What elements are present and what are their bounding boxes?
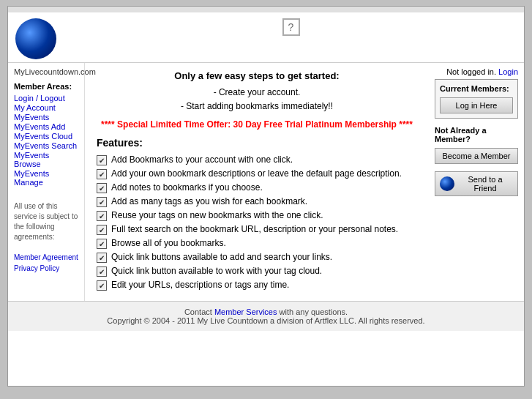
login-link[interactable]: Login	[498, 67, 518, 76]
member-services-link[interactable]: Member Services	[214, 307, 277, 316]
main-content: Only a few easy steps to get started: - …	[85, 63, 429, 301]
login-here-button[interactable]: Log in Here	[440, 97, 513, 113]
site-name: MyLivecountdown.com	[14, 67, 78, 76]
feature-text: Add your own bookmark descriptions or le…	[111, 168, 402, 179]
sidebar-item-myevents-cloud[interactable]: MyEvents Cloud	[14, 132, 78, 141]
member-agreement-link[interactable]: Member Agreement	[14, 253, 78, 263]
feature-text: Add Bookmarks to your account with one c…	[111, 154, 293, 165]
feature-text: Add as many tags as you wish for each bo…	[111, 196, 307, 206]
feature-item: ✔ Full text search on the bookmark URL, …	[97, 224, 417, 235]
sidebar-item-myevents-manage[interactable]: MyEvents Manage	[14, 169, 78, 187]
footer-contact-suffix: with any questions.	[280, 307, 348, 316]
sidebar: MyLivecountdown.com Member Areas: Login …	[8, 63, 85, 301]
footer-contact-text: Contact	[184, 307, 212, 316]
checkbox-icon: ✔	[97, 197, 107, 207]
checkbox-icon: ✔	[97, 183, 107, 193]
become-member-button[interactable]: Become a Member	[435, 148, 518, 164]
feature-text: Edit your URLs, descriptions or tags any…	[111, 280, 289, 290]
feature-text: Add notes to bookmarks if you choose.	[111, 182, 263, 193]
agreement-text: All use of this service is subject to th…	[14, 202, 78, 241]
feature-item: ✔ Edit your URLs, descriptions or tags a…	[97, 280, 417, 291]
current-members-box: Current Members: Log in Here	[435, 79, 518, 119]
sidebar-item-myevents-browse[interactable]: MyEvents Browse	[14, 151, 78, 168]
sidebar-item-myevents[interactable]: MyEvents	[14, 113, 78, 122]
checkbox-icon: ✔	[97, 169, 107, 179]
checkbox-icon: ✔	[97, 155, 107, 165]
checkbox-icon: ✔	[97, 253, 107, 263]
features-heading: Features:	[97, 137, 417, 149]
feature-text: Full text search on the bookmark URL, de…	[111, 224, 398, 234]
header: ?	[8, 12, 524, 63]
feature-item: ✔ Add as many tags as you wish for each …	[97, 196, 417, 207]
send-to-friend-button[interactable]: Send to a Friend	[435, 171, 518, 196]
footer-contact: Contact Member Services with any questio…	[14, 307, 518, 316]
not-member-label: Not Already a Member?	[435, 126, 518, 143]
image-placeholder-text: ?	[288, 21, 294, 33]
intro-steps: - Create your account. - Start adding bo…	[97, 86, 417, 113]
feature-text: Quick link button available to work with…	[111, 266, 322, 276]
globe-icon	[440, 176, 454, 191]
checkbox-icon: ✔	[97, 266, 107, 277]
intro-heading: Only a few easy steps to get started:	[97, 70, 417, 81]
privacy-policy-link[interactable]: Privacy Policy	[14, 264, 78, 274]
right-panel: Not logged in. Login Current Members: Lo…	[429, 63, 524, 301]
footer: Contact Member Services with any questio…	[8, 301, 524, 331]
current-members-title: Current Members:	[440, 84, 513, 93]
step-2: - Start adding bookmarks immediately!!	[97, 100, 417, 113]
not-logged-in-text: Not logged in.	[446, 67, 496, 76]
top-bar	[8, 7, 524, 12]
sidebar-agreement: All use of this service is subject to th…	[14, 201, 78, 274]
step-1: - Create your account.	[97, 86, 417, 100]
feature-item: ✔ Quick link buttons available to add an…	[97, 252, 417, 263]
checkbox-icon: ✔	[97, 239, 107, 249]
feature-text: Quick link buttons available to add and …	[111, 252, 332, 262]
sidebar-item-my-account[interactable]: My Account	[14, 103, 78, 112]
sidebar-item-myevents-add[interactable]: MyEvents Add	[14, 122, 78, 131]
header-spacer: ?	[65, 18, 517, 36]
feature-text: Browse all of you bookmarks.	[111, 238, 226, 248]
feature-item: ✔ Quick link button available to work wi…	[97, 266, 417, 277]
special-offer: **** Special Limited Time Offer: 30 Day …	[97, 119, 417, 130]
header-image: ?	[282, 18, 300, 36]
feature-item: ✔ Add your own bookmark descriptions or …	[97, 168, 417, 179]
globe-logo-icon	[15, 18, 56, 59]
send-friend-label: Send to a Friend	[457, 175, 513, 193]
sidebar-item-login-logout[interactable]: Login / Logout	[14, 94, 78, 102]
footer-copyright: Copyright © 2004 - 2011 My Live Countdow…	[14, 316, 518, 325]
checkbox-icon: ✔	[97, 211, 107, 221]
feature-text: Reuse your tags on new bookmarks with th…	[111, 210, 323, 220]
member-areas-heading: Member Areas:	[14, 82, 78, 91]
feature-item: ✔ Add Bookmarks to your account with one…	[97, 154, 417, 165]
sidebar-item-myevents-search[interactable]: MyEvents Search	[14, 141, 78, 150]
feature-item: ✔ Add notes to bookmarks if you choose.	[97, 182, 417, 193]
content-area: MyLivecountdown.com Member Areas: Login …	[8, 63, 524, 301]
not-logged-in-status: Not logged in. Login	[435, 67, 518, 76]
checkbox-icon: ✔	[97, 225, 107, 235]
feature-item: ✔ Reuse your tags on new bookmarks with …	[97, 210, 417, 221]
checkbox-icon: ✔	[97, 280, 107, 291]
feature-item: ✔ Browse all of you bookmarks.	[97, 238, 417, 249]
